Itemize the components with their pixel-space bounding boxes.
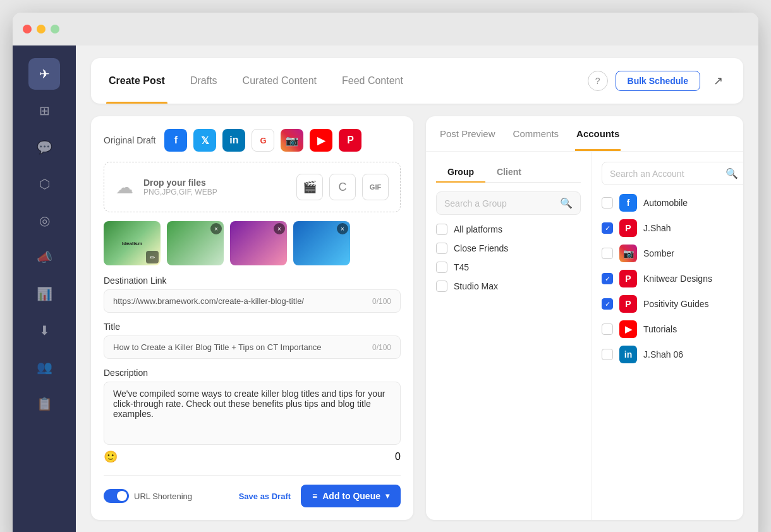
sidebar-item-target[interactable]: ◎ — [28, 205, 60, 236]
acc-checkbox-jshah06[interactable] — [602, 349, 613, 360]
tab-curated-content[interactable]: Curated Content — [240, 58, 319, 104]
sidebar-item-network[interactable]: ⬡ — [28, 168, 60, 200]
accounts-panel: 🔍 ⚙ f Automobile — [592, 152, 743, 520]
group-label-all-platforms: All platforms — [454, 224, 502, 234]
export-button[interactable]: ↗ — [708, 71, 728, 91]
tab-feed-content[interactable]: Feed Content — [339, 58, 406, 104]
top-actions: ? Bulk Schedule ↗ — [588, 71, 728, 91]
add-to-queue-button[interactable]: ≡ Add to Queue ▾ — [301, 485, 401, 507]
search-group-input[interactable] — [444, 198, 555, 209]
acc-name-positivity: Positivity Guides — [643, 299, 708, 309]
acc-checkbox-jshah[interactable]: ✓ — [602, 222, 613, 234]
drop-zone[interactable]: ☁ Drop your files PNG,JPG,GIF, WEBP 🎬 C — [104, 162, 401, 212]
description-field[interactable]: We've compiled some ways to create kille… — [104, 382, 401, 445]
description-label: Description — [104, 368, 401, 378]
export-icon: ↗ — [713, 75, 723, 87]
sidebar-item-send[interactable]: ✈ — [28, 58, 60, 90]
group-tab-group[interactable]: Group — [436, 162, 485, 182]
instagram-icon[interactable]: 📷 — [281, 129, 303, 152]
sidebar-item-chart[interactable]: 📊 — [28, 278, 60, 310]
account-search-container: 🔍 ⚙ — [602, 162, 743, 185]
thumbnail-1[interactable]: Idealism ✏ — [104, 221, 161, 265]
tab-create-post[interactable]: Create Post — [106, 58, 167, 104]
url-shortening-toggle[interactable] — [104, 489, 129, 503]
sidebar-item-people[interactable]: 👥 — [28, 351, 60, 383]
title-field[interactable]: How to Create a Killer Blog Title + Tips… — [104, 336, 401, 359]
text-upload-button[interactable]: C — [329, 174, 356, 200]
google-icon[interactable]: G — [252, 129, 274, 152]
facebook-icon[interactable]: f — [164, 129, 187, 152]
group-checkbox-studio-max[interactable] — [436, 281, 447, 292]
pinterest-icon[interactable]: P — [339, 129, 361, 152]
minimize-button[interactable] — [37, 25, 46, 33]
instagram-account-icon-somber: 📷 — [619, 245, 637, 262]
acc-checkbox-somber[interactable] — [602, 248, 613, 259]
group-checkbox-all-platforms[interactable] — [436, 224, 447, 235]
upload-icon: ☁ — [116, 177, 133, 198]
group-item-t45[interactable]: T45 — [436, 262, 581, 273]
remove-thumb-4[interactable]: × — [337, 223, 348, 234]
account-item-automobile[interactable]: f Automobile — [602, 194, 743, 212]
queue-icon: ≡ — [312, 491, 317, 501]
linkedin-icon[interactable]: in — [222, 129, 245, 152]
close-button[interactable] — [23, 25, 32, 33]
account-item-knitwear[interactable]: ✓ P Knitwear Designs — [602, 270, 743, 287]
maximize-button[interactable] — [51, 25, 59, 33]
acc-checkbox-positivity[interactable]: ✓ — [602, 298, 613, 310]
sidebar-item-chat[interactable]: 💬 — [28, 131, 60, 163]
facebook-account-icon: f — [619, 194, 637, 212]
group-label-studio-max: Studio Max — [454, 281, 498, 291]
bulk-schedule-button[interactable]: Bulk Schedule — [616, 71, 700, 91]
group-checkbox-close-friends[interactable] — [436, 243, 447, 254]
video-upload-button[interactable]: 🎬 — [296, 174, 323, 200]
tab-post-preview[interactable]: Post Preview — [439, 116, 497, 151]
save-draft-button[interactable]: Save as Draft — [239, 492, 291, 501]
twitter-icon[interactable]: 𝕏 — [193, 129, 216, 152]
destination-link-group: Destination Link https://www.bramework.c… — [104, 275, 401, 313]
sidebar-item-speaker[interactable]: 📣 — [28, 241, 60, 273]
group-item-studio-max[interactable]: Studio Max — [436, 281, 581, 292]
description-count: 0 — [395, 451, 401, 462]
sidebar-item-download[interactable]: ⬇ — [28, 315, 60, 346]
account-item-positivity[interactable]: ✓ P Positivity Guides — [602, 295, 743, 313]
sidebar-item-docs[interactable]: 📋 — [28, 388, 60, 420]
acc-checkbox-knitwear[interactable]: ✓ — [602, 273, 613, 284]
group-item-all-platforms[interactable]: All platforms — [436, 224, 581, 235]
video-icon: 🎬 — [303, 180, 317, 194]
search-account-input[interactable] — [610, 169, 720, 179]
tab-drafts[interactable]: Drafts — [188, 58, 220, 104]
remove-thumb-3[interactable]: × — [274, 223, 285, 234]
thumbnail-2[interactable]: × — [167, 221, 224, 265]
bottom-bar: URL Shortening Save as Draft ≡ Add to Qu… — [104, 475, 401, 507]
sidebar-item-grid[interactable]: ⊞ — [28, 95, 60, 126]
text-icon: C — [339, 181, 347, 194]
acc-name-jshah: J.Shah — [643, 223, 671, 233]
thumbnail-4[interactable]: × — [293, 221, 350, 265]
account-item-jshah[interactable]: ✓ P J.Shah — [602, 219, 743, 237]
group-item-close-friends[interactable]: Close Friends — [436, 243, 581, 254]
account-item-somber[interactable]: 📷 Somber — [602, 245, 743, 262]
emoji-icon[interactable]: 🙂 — [104, 450, 118, 464]
tab-accounts[interactable]: Accounts — [575, 116, 621, 151]
content-row: Original Draft f 𝕏 in G 📷 ▶ P ☁ — [91, 116, 743, 520]
account-item-tutorials[interactable]: ▶ Tutorials — [602, 320, 743, 338]
search-group-container: 🔍 — [436, 191, 581, 215]
account-item-jshah06[interactable]: in J.Shah 06 — [602, 346, 743, 363]
destination-link-field[interactable]: https://www.bramework.com/create-a-kille… — [104, 289, 401, 313]
edit-thumb-1[interactable]: ✏ — [146, 251, 159, 263]
group-tab-client[interactable]: Client — [485, 162, 533, 182]
speaker-icon: 📣 — [37, 250, 52, 265]
youtube-icon[interactable]: ▶ — [310, 129, 332, 152]
help-button[interactable]: ? — [588, 71, 608, 91]
thumbnails: Idealism ✏ × × × — [104, 221, 401, 265]
acc-checkbox-tutorials[interactable] — [602, 323, 613, 335]
acc-checkbox-automobile[interactable] — [602, 197, 613, 209]
gif-upload-button[interactable]: GIF — [362, 174, 389, 200]
thumbnail-3[interactable]: × — [230, 221, 287, 265]
group-tab-row: Group Client — [436, 162, 581, 183]
group-checkbox-t45[interactable] — [436, 262, 447, 273]
tab-comments[interactable]: Comments — [512, 116, 561, 151]
search-icon[interactable]: 🔍 — [725, 167, 738, 179]
sidebar: ✈ ⊞ 💬 ⬡ ◎ 📣 📊 ⬇ 👥 — [13, 45, 76, 532]
remove-thumb-2[interactable]: × — [210, 223, 222, 234]
